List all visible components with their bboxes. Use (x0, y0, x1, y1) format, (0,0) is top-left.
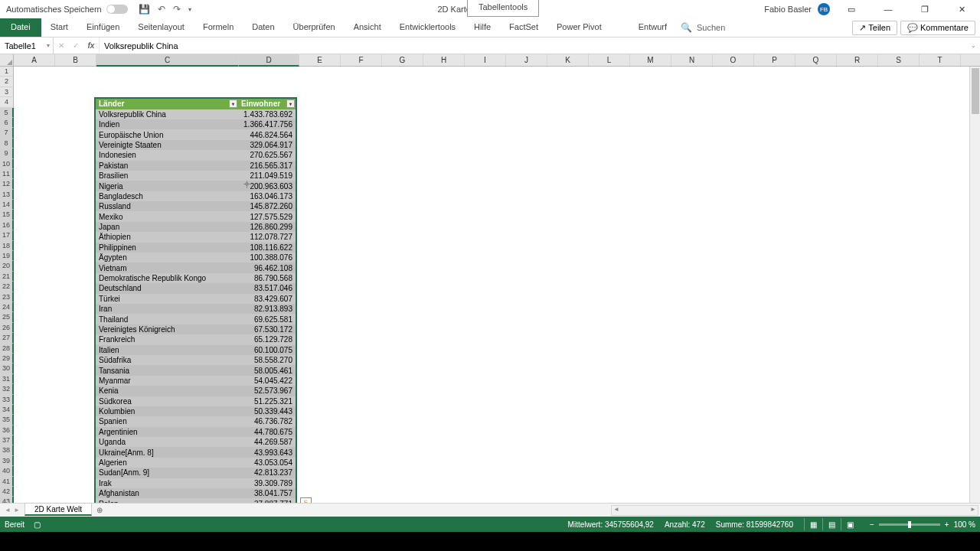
select-all-corner[interactable] (0, 54, 14, 66)
row-header[interactable]: 28 (0, 344, 14, 354)
cell-country[interactable]: Tansania (96, 365, 238, 375)
table-row[interactable]: Polen37.887.771 (96, 498, 296, 503)
table-row[interactable]: Ägypten100.388.076 (96, 253, 296, 262)
table-row[interactable]: Tansania58.005.461 (96, 365, 296, 375)
cell-population[interactable]: 54.045.422 (238, 376, 296, 386)
row-header[interactable]: 39 (0, 456, 14, 466)
tab-ansicht[interactable]: Ansicht (345, 18, 390, 37)
cell-country[interactable]: Irak (96, 478, 238, 488)
table-tools-tab[interactable]: Tabellentools (467, 0, 539, 17)
sheet-nav[interactable]: ◄► (0, 504, 24, 517)
table-header-laender[interactable]: Länder (96, 99, 238, 109)
row-header[interactable]: 16 (0, 220, 14, 230)
tab-daten[interactable]: Daten (243, 18, 283, 37)
cell-population[interactable]: 211.049.519 (238, 171, 296, 181)
formula-input[interactable]: Volksrepublik China (100, 37, 966, 54)
cell-country[interactable]: Indonesien (96, 150, 238, 160)
table-row[interactable]: Russland145.872.260 (96, 201, 296, 211)
tab-start[interactable]: Start (41, 18, 77, 37)
column-header-O[interactable]: O (713, 54, 754, 66)
table-row[interactable]: Brasilien211.049.519 (96, 171, 296, 181)
cell-country[interactable]: Thailand (96, 314, 238, 324)
cell-country[interactable]: Volksrepublik China (96, 109, 238, 119)
cell-country[interactable]: Südafrika (96, 355, 238, 365)
cell-country[interactable]: Algerien (96, 458, 238, 468)
column-header-Q[interactable]: Q (795, 54, 837, 66)
cell-population[interactable]: 51.225.321 (238, 396, 296, 406)
column-header-M[interactable]: M (630, 54, 671, 66)
cell-country[interactable]: Pakistan (96, 161, 238, 171)
table-row[interactable]: Indonesien270.625.567 (96, 150, 296, 160)
view-pagelayout-icon[interactable]: ▤ (822, 518, 841, 530)
row-header[interactable]: 24 (0, 302, 14, 312)
user-name[interactable]: Fabio Basler (764, 5, 812, 14)
row-header[interactable]: 26 (0, 323, 14, 333)
row-header[interactable]: 5 (0, 108, 14, 118)
cell-country[interactable]: Südkorea (96, 396, 238, 406)
cell-population[interactable]: 46.736.782 (238, 416, 296, 426)
row-header[interactable]: 30 (0, 364, 14, 373)
row-header[interactable]: 29 (0, 354, 14, 364)
cell-country[interactable]: Vereinigtes Königreich (96, 324, 238, 334)
row-header[interactable]: 3 (0, 87, 14, 97)
cell-population[interactable]: 58.558.270 (238, 355, 296, 365)
cell-country[interactable]: Sudan[Anm. 9] (96, 468, 238, 478)
tab-powerpivot[interactable]: Power Pivot (547, 18, 611, 37)
row-header[interactable]: 37 (0, 435, 14, 445)
cell-country[interactable]: Vereinigte Staaten (96, 140, 238, 150)
formula-expand-icon[interactable]: ⌄ (966, 37, 980, 54)
cell-population[interactable]: 43.053.054 (238, 458, 296, 468)
cell-country[interactable]: Iran (96, 304, 238, 314)
column-header-J[interactable]: J (506, 54, 547, 66)
column-header-P[interactable]: P (754, 54, 795, 66)
cell-population[interactable]: 38.041.757 (238, 488, 296, 498)
cell-population[interactable]: 44.780.675 (238, 427, 296, 437)
avatar[interactable]: FB (818, 3, 830, 15)
row-header[interactable]: 19 (0, 251, 14, 261)
fx-icon[interactable]: fx (87, 41, 94, 50)
enter-formula-icon[interactable]: ✓ (73, 41, 79, 50)
table-row[interactable]: Südafrika58.558.270 (96, 355, 296, 365)
cell-population[interactable]: 58.005.461 (238, 365, 296, 375)
cell-population[interactable]: 86.790.568 (238, 273, 296, 283)
zoom-control[interactable]: − + 100 % (870, 520, 975, 529)
column-header-N[interactable]: N (671, 54, 713, 66)
table-row[interactable]: Philippinen108.116.622 (96, 243, 296, 253)
cell-country[interactable]: Demokratische Republik Kongo (96, 273, 238, 283)
row-header[interactable]: 31 (0, 374, 14, 384)
column-header-S[interactable]: S (878, 54, 920, 66)
table-row[interactable]: Thailand69.625.581 (96, 314, 296, 324)
cell-population[interactable]: 42.813.237 (238, 468, 296, 478)
cell-country[interactable]: Kolumbien (96, 406, 238, 416)
row-header[interactable]: 10 (0, 159, 14, 169)
cell-country[interactable]: Frankreich (96, 334, 238, 344)
cell-country[interactable]: Brasilien (96, 171, 238, 181)
view-pagebreak-icon[interactable]: ▣ (841, 518, 859, 530)
row-header[interactable]: 11 (0, 169, 14, 179)
table-row[interactable]: Volksrepublik China1.433.783.692 (96, 109, 296, 119)
search-box[interactable]: 🔍 Suchen (676, 18, 740, 37)
sheet-tab-active[interactable]: 2D Karte Welt (24, 503, 92, 516)
table-row[interactable]: Demokratische Republik Kongo86.790.568 (96, 273, 296, 283)
horizontal-scrollbar[interactable] (611, 505, 978, 516)
cell-population[interactable]: 37.887.771 (238, 498, 296, 503)
table-row[interactable]: Iran82.913.893 (96, 304, 296, 314)
cell-population[interactable]: 163.046.173 (238, 191, 296, 201)
row-header[interactable]: 33 (0, 395, 14, 405)
cell-population[interactable]: 96.462.108 (238, 262, 296, 272)
row-header[interactable]: 6 (0, 118, 14, 128)
cell-country[interactable]: Vietnam (96, 262, 238, 272)
cell-population[interactable]: 446.824.564 (238, 129, 296, 139)
undo-icon[interactable]: ↶ (158, 4, 165, 15)
row-header[interactable]: 4 (0, 97, 14, 107)
maximize-icon[interactable]: ❐ (910, 1, 940, 18)
tab-seitenlayout[interactable]: Seitenlayout (129, 18, 194, 37)
table-row[interactable]: Ukraine[Anm. 8]43.993.643 (96, 447, 296, 457)
tab-hilfe[interactable]: Hilfe (465, 18, 500, 37)
cell-population[interactable]: 65.129.728 (238, 334, 296, 344)
cell-country[interactable]: Bangladesch (96, 191, 238, 201)
table-row[interactable]: Afghanistan38.041.757 (96, 488, 296, 498)
vertical-scrollbar[interactable] (969, 67, 980, 503)
column-header-H[interactable]: H (423, 54, 465, 66)
cell-population[interactable]: 82.913.893 (238, 304, 296, 314)
